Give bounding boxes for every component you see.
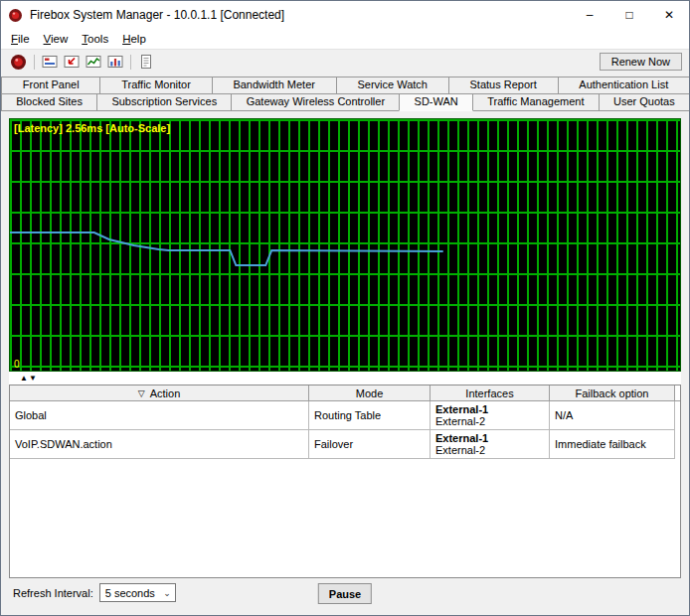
menu-label: ile xyxy=(18,33,30,45)
latency-chart-canvas xyxy=(10,119,680,371)
menu-item-file[interactable]: File xyxy=(4,31,37,47)
menu-label: elp xyxy=(130,33,145,45)
menu-item-help[interactable]: Help xyxy=(115,31,153,47)
time-marker-strip: ▲ ▼ xyxy=(9,372,681,385)
titlebar: Firebox System Manager - 10.0.1.1 [Conne… xyxy=(1,1,689,29)
bandwidth-meter-icon[interactable] xyxy=(83,53,103,72)
sdwan-actions-table: ▽ Action Mode Interfaces Failback option… xyxy=(9,385,681,578)
tab-row-1: Front Panel Traffic Monitor Bandwidth Me… xyxy=(1,77,689,94)
chart-origin-label: 0 xyxy=(14,359,20,370)
table-header-row: ▽ Action Mode Interfaces Failback option xyxy=(10,385,680,401)
tab-row-2: Blocked Sites Subscription Services Gate… xyxy=(1,93,689,111)
failback-cell: Immediate failback xyxy=(550,430,675,459)
tab-user-quotas[interactable]: User Quotas xyxy=(599,93,690,111)
menu-item-tools[interactable]: Tools xyxy=(75,31,115,47)
action-cell: VoIP.SDWAN.action xyxy=(10,430,309,459)
failback-cell: N/A xyxy=(550,401,675,430)
toolbar-separator xyxy=(34,55,35,70)
minimize-button[interactable]: – xyxy=(570,1,609,29)
primary-interface: External-1 xyxy=(435,432,544,444)
chart-title-label: [Latency] 2.56ms [Auto-Scale] xyxy=(14,122,170,134)
refresh-interval-label: Refresh Interval: xyxy=(13,587,93,599)
interfaces-cell: External-1 External-2 xyxy=(431,430,550,459)
column-header-label: Action xyxy=(150,387,181,399)
interfaces-cell: External-1 External-2 xyxy=(431,401,550,430)
menu-accel: F xyxy=(11,33,18,45)
tab-authentication-list[interactable]: Authentication List xyxy=(558,77,690,94)
app-icon xyxy=(8,8,23,23)
menu-item-view[interactable]: View xyxy=(37,31,76,47)
tab-service-watch[interactable]: Service Watch xyxy=(336,77,449,94)
refresh-interval-select[interactable]: 5 seconds ⌄ xyxy=(99,583,176,602)
firebox-icon[interactable] xyxy=(8,53,29,72)
column-header-label: Failback option xyxy=(576,387,649,399)
secondary-interface: External-2 xyxy=(435,444,544,456)
maximize-button[interactable]: □ xyxy=(609,1,649,29)
sdwan-page: [Latency] 2.56ms [Auto-Scale] 0 ▲ ▼ ▽ Ac… xyxy=(1,111,689,615)
column-header-failback[interactable]: Failback option xyxy=(550,385,675,401)
column-header-label: Interfaces xyxy=(465,387,513,399)
chevron-down-icon: ⌄ xyxy=(163,588,175,598)
traffic-monitor-icon[interactable] xyxy=(39,53,60,72)
footer: Refresh Interval: 5 seconds ⌄ Pause xyxy=(9,578,681,615)
tab-traffic-management[interactable]: Traffic Management xyxy=(472,93,600,111)
row-filler xyxy=(675,401,680,430)
window-controls: – □ ✕ xyxy=(570,1,689,29)
row-filler xyxy=(675,430,680,459)
range-marker-up-icon[interactable]: ▲ xyxy=(20,375,28,383)
menubar: File View Tools Help xyxy=(1,29,689,49)
close-button[interactable]: ✕ xyxy=(649,1,689,29)
menu-label: ools xyxy=(87,33,108,45)
pause-button[interactable]: Pause xyxy=(318,583,372,604)
primary-interface: External-1 xyxy=(435,403,544,415)
column-header-label: Mode xyxy=(356,387,384,399)
action-cell: Global xyxy=(10,401,309,430)
mode-cell: Failover xyxy=(309,430,431,459)
toolbar-separator xyxy=(130,55,131,70)
latency-chart: [Latency] 2.56ms [Auto-Scale] 0 xyxy=(9,118,681,372)
header-filler xyxy=(675,385,680,401)
table-row[interactable]: VoIP.SDWAN.action Failover External-1 Ex… xyxy=(10,430,680,459)
toolbar: Renew Now xyxy=(1,49,689,74)
tab-sd-wan[interactable]: SD-WAN xyxy=(399,93,473,111)
tab-gateway-wireless-controller[interactable]: Gateway Wireless Controller xyxy=(231,93,400,111)
refresh-interval-value: 5 seconds xyxy=(105,587,155,599)
firebox-system-manager-window: Firebox System Manager - 10.0.1.1 [Conne… xyxy=(0,0,690,616)
service-watch-icon[interactable] xyxy=(104,53,125,72)
menu-accel: V xyxy=(44,33,51,45)
mode-cell: Routing Table xyxy=(309,401,431,430)
column-header-interfaces[interactable]: Interfaces xyxy=(431,385,550,401)
menu-label: iew xyxy=(51,33,68,45)
column-header-mode[interactable]: Mode xyxy=(309,385,431,401)
range-marker-down-icon[interactable]: ▼ xyxy=(29,375,37,383)
tab-front-panel[interactable]: Front Panel xyxy=(1,77,100,94)
tab-status-report[interactable]: Status Report xyxy=(448,77,559,94)
status-report-icon[interactable] xyxy=(135,53,156,72)
table-row[interactable]: Global Routing Table External-1 External… xyxy=(10,401,680,430)
renew-now-button[interactable]: Renew Now xyxy=(600,53,682,71)
tab-subscription-services[interactable]: Subscription Services xyxy=(96,93,232,111)
column-header-action[interactable]: ▽ Action xyxy=(10,385,309,401)
tab-traffic-monitor[interactable]: Traffic Monitor xyxy=(99,77,212,94)
sort-desc-icon: ▽ xyxy=(138,388,145,398)
tab-bandwidth-meter[interactable]: Bandwidth Meter xyxy=(212,77,337,94)
secondary-interface: External-2 xyxy=(435,415,544,427)
performance-console-icon[interactable] xyxy=(61,53,82,72)
window-title: Firebox System Manager - 10.0.1.1 [Conne… xyxy=(30,8,570,22)
tab-blocked-sites[interactable]: Blocked Sites xyxy=(1,93,97,111)
latency-line xyxy=(10,232,443,265)
tab-strip: Front Panel Traffic Monitor Bandwidth Me… xyxy=(1,74,689,111)
